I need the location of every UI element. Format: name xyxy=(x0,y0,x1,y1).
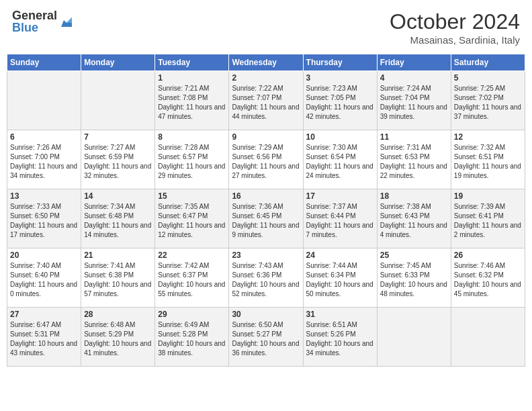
logo-icon xyxy=(58,13,75,30)
page-header: General Blue October 2024 Masainas, Sard… xyxy=(7,7,525,48)
day-detail: Sunrise: 7:23 AM Sunset: 7:05 PM Dayligh… xyxy=(306,84,374,122)
day-detail: Sunrise: 7:35 AM Sunset: 6:47 PM Dayligh… xyxy=(158,202,226,240)
calendar-cell: 8Sunrise: 7:28 AM Sunset: 6:57 PM Daylig… xyxy=(155,130,229,189)
calendar-cell: 23Sunrise: 7:43 AM Sunset: 6:36 PM Dayli… xyxy=(229,248,303,308)
day-number: 10 xyxy=(306,132,374,142)
location-title: Masainas, Sardinia, Italy xyxy=(390,34,520,46)
day-number: 13 xyxy=(10,191,78,201)
calendar-week-row: 27Sunrise: 6:47 AM Sunset: 5:31 PM Dayli… xyxy=(7,308,525,367)
day-number: 1 xyxy=(158,73,226,83)
calendar-cell: 1Sunrise: 7:21 AM Sunset: 7:08 PM Daylig… xyxy=(155,71,229,130)
day-number: 17 xyxy=(306,191,374,201)
calendar-cell: 28Sunrise: 6:48 AM Sunset: 5:29 PM Dayli… xyxy=(81,308,155,367)
calendar-cell: 26Sunrise: 7:46 AM Sunset: 6:32 PM Dayli… xyxy=(451,248,525,308)
day-detail: Sunrise: 7:44 AM Sunset: 6:34 PM Dayligh… xyxy=(306,261,374,299)
day-detail: Sunrise: 6:48 AM Sunset: 5:29 PM Dayligh… xyxy=(84,320,152,358)
calendar-cell: 20Sunrise: 7:40 AM Sunset: 6:40 PM Dayli… xyxy=(7,248,81,308)
calendar-cell xyxy=(7,71,81,130)
day-number: 8 xyxy=(158,132,226,142)
weekday-header-saturday: Saturday xyxy=(451,54,525,71)
day-number: 20 xyxy=(10,250,78,260)
calendar-cell: 5Sunrise: 7:25 AM Sunset: 7:02 PM Daylig… xyxy=(451,71,525,130)
title-block: October 2024 Masainas, Sardinia, Italy xyxy=(390,9,520,46)
day-detail: Sunrise: 7:36 AM Sunset: 6:45 PM Dayligh… xyxy=(232,202,300,240)
day-detail: Sunrise: 7:45 AM Sunset: 6:33 PM Dayligh… xyxy=(380,261,448,299)
calendar-cell: 22Sunrise: 7:42 AM Sunset: 6:37 PM Dayli… xyxy=(155,248,229,308)
day-number: 26 xyxy=(454,250,522,260)
day-detail: Sunrise: 7:37 AM Sunset: 6:44 PM Dayligh… xyxy=(306,202,374,240)
calendar-cell: 31Sunrise: 6:51 AM Sunset: 5:26 PM Dayli… xyxy=(303,308,377,367)
day-detail: Sunrise: 6:47 AM Sunset: 5:31 PM Dayligh… xyxy=(10,320,78,358)
calendar-cell: 7Sunrise: 7:27 AM Sunset: 6:59 PM Daylig… xyxy=(81,130,155,189)
day-detail: Sunrise: 7:28 AM Sunset: 6:57 PM Dayligh… xyxy=(158,143,226,181)
calendar-cell: 9Sunrise: 7:29 AM Sunset: 6:56 PM Daylig… xyxy=(229,130,303,189)
logo-blue: Blue xyxy=(12,21,38,34)
day-number: 24 xyxy=(306,250,374,260)
calendar-cell: 24Sunrise: 7:44 AM Sunset: 6:34 PM Dayli… xyxy=(303,248,377,308)
calendar-cell: 17Sunrise: 7:37 AM Sunset: 6:44 PM Dayli… xyxy=(303,189,377,248)
logo-general: General xyxy=(12,9,57,22)
day-number: 30 xyxy=(232,310,300,319)
day-number: 6 xyxy=(10,132,78,142)
day-detail: Sunrise: 7:26 AM Sunset: 7:00 PM Dayligh… xyxy=(10,143,78,181)
day-number: 14 xyxy=(84,191,152,201)
calendar-cell: 10Sunrise: 7:30 AM Sunset: 6:54 PM Dayli… xyxy=(303,130,377,189)
day-detail: Sunrise: 7:30 AM Sunset: 6:54 PM Dayligh… xyxy=(306,143,374,181)
calendar-cell: 21Sunrise: 7:41 AM Sunset: 6:38 PM Dayli… xyxy=(81,248,155,308)
weekday-header-sunday: Sunday xyxy=(7,54,81,71)
day-detail: Sunrise: 7:27 AM Sunset: 6:59 PM Dayligh… xyxy=(84,143,152,181)
day-detail: Sunrise: 6:51 AM Sunset: 5:26 PM Dayligh… xyxy=(306,320,374,358)
day-detail: Sunrise: 7:25 AM Sunset: 7:02 PM Dayligh… xyxy=(454,84,522,122)
calendar-cell: 29Sunrise: 6:49 AM Sunset: 5:28 PM Dayli… xyxy=(155,308,229,367)
day-detail: Sunrise: 6:50 AM Sunset: 5:27 PM Dayligh… xyxy=(232,320,300,358)
month-title: October 2024 xyxy=(390,9,520,34)
calendar-header: SundayMondayTuesdayWednesdayThursdayFrid… xyxy=(7,54,525,71)
calendar-cell: 18Sunrise: 7:38 AM Sunset: 6:43 PM Dayli… xyxy=(377,189,451,248)
weekday-header-tuesday: Tuesday xyxy=(155,54,229,71)
day-detail: Sunrise: 7:46 AM Sunset: 6:32 PM Dayligh… xyxy=(454,261,522,299)
day-number: 27 xyxy=(10,310,78,319)
day-detail: Sunrise: 7:41 AM Sunset: 6:38 PM Dayligh… xyxy=(84,261,152,299)
calendar-cell: 19Sunrise: 7:39 AM Sunset: 6:41 PM Dayli… xyxy=(451,189,525,248)
day-number: 28 xyxy=(84,310,152,319)
calendar-table: SundayMondayTuesdayWednesdayThursdayFrid… xyxy=(7,54,525,367)
day-number: 4 xyxy=(380,73,448,83)
day-number: 19 xyxy=(454,191,522,201)
calendar-cell: 3Sunrise: 7:23 AM Sunset: 7:05 PM Daylig… xyxy=(303,71,377,130)
day-detail: Sunrise: 7:38 AM Sunset: 6:43 PM Dayligh… xyxy=(380,202,448,240)
day-number: 31 xyxy=(306,310,374,319)
day-number: 16 xyxy=(232,191,300,201)
day-number: 15 xyxy=(158,191,226,201)
day-detail: Sunrise: 7:22 AM Sunset: 7:07 PM Dayligh… xyxy=(232,84,300,122)
calendar-week-row: 13Sunrise: 7:33 AM Sunset: 6:50 PM Dayli… xyxy=(7,189,525,248)
day-number: 22 xyxy=(158,250,226,260)
day-number: 11 xyxy=(380,132,448,142)
svg-marker-1 xyxy=(66,17,72,23)
day-number: 5 xyxy=(454,73,522,83)
calendar-cell xyxy=(81,71,155,130)
day-number: 25 xyxy=(380,250,448,260)
logo: General Blue xyxy=(12,9,75,34)
day-detail: Sunrise: 7:43 AM Sunset: 6:36 PM Dayligh… xyxy=(232,261,300,299)
calendar-cell: 25Sunrise: 7:45 AM Sunset: 6:33 PM Dayli… xyxy=(377,248,451,308)
calendar-cell: 16Sunrise: 7:36 AM Sunset: 6:45 PM Dayli… xyxy=(229,189,303,248)
day-detail: Sunrise: 7:40 AM Sunset: 6:40 PM Dayligh… xyxy=(10,261,78,299)
weekday-header-wednesday: Wednesday xyxy=(229,54,303,71)
calendar-cell: 2Sunrise: 7:22 AM Sunset: 7:07 PM Daylig… xyxy=(229,71,303,130)
day-number: 18 xyxy=(380,191,448,201)
day-number: 7 xyxy=(84,132,152,142)
calendar-cell: 13Sunrise: 7:33 AM Sunset: 6:50 PM Dayli… xyxy=(7,189,81,248)
day-detail: Sunrise: 7:33 AM Sunset: 6:50 PM Dayligh… xyxy=(10,202,78,240)
weekday-header-monday: Monday xyxy=(81,54,155,71)
day-number: 23 xyxy=(232,250,300,260)
calendar-cell: 30Sunrise: 6:50 AM Sunset: 5:27 PM Dayli… xyxy=(229,308,303,367)
calendar-cell: 15Sunrise: 7:35 AM Sunset: 6:47 PM Dayli… xyxy=(155,189,229,248)
calendar-cell: 11Sunrise: 7:31 AM Sunset: 6:53 PM Dayli… xyxy=(377,130,451,189)
day-number: 2 xyxy=(232,73,300,83)
calendar-cell: 12Sunrise: 7:32 AM Sunset: 6:51 PM Dayli… xyxy=(451,130,525,189)
calendar-cell: 6Sunrise: 7:26 AM Sunset: 7:00 PM Daylig… xyxy=(7,130,81,189)
calendar-week-row: 6Sunrise: 7:26 AM Sunset: 7:00 PM Daylig… xyxy=(7,130,525,189)
weekday-header-row: SundayMondayTuesdayWednesdayThursdayFrid… xyxy=(7,54,525,71)
day-detail: Sunrise: 7:29 AM Sunset: 6:56 PM Dayligh… xyxy=(232,143,300,181)
weekday-header-thursday: Thursday xyxy=(303,54,377,71)
